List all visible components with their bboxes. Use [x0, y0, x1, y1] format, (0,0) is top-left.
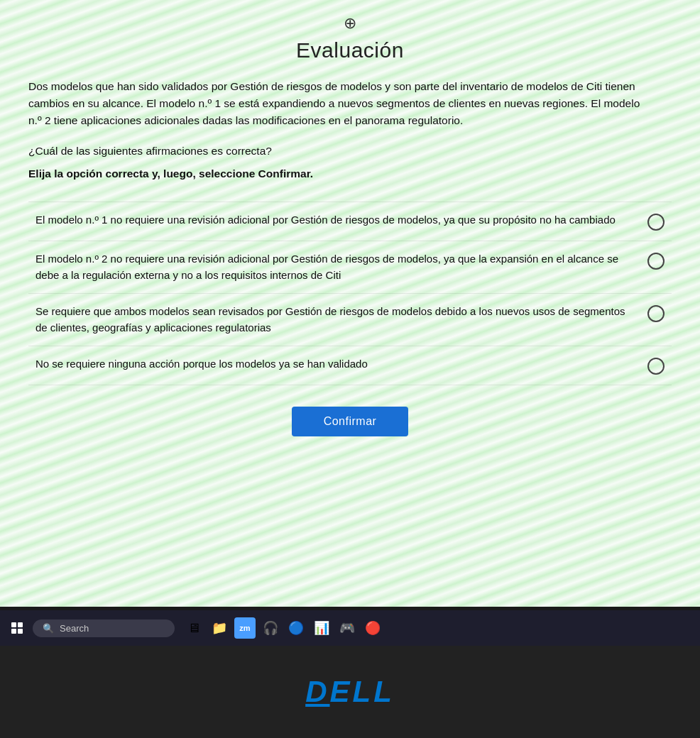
- taskbar-chrome-icon[interactable]: 🔵: [285, 617, 307, 639]
- taskbar-desktop-icon[interactable]: 🖥: [183, 617, 204, 639]
- option-text-4: No se requiere ninguna acción porque los…: [35, 356, 647, 373]
- globe-icon: ⊕: [28, 14, 672, 33]
- taskbar-headset-icon[interactable]: 🎧: [260, 617, 281, 639]
- taskbar-app1-icon[interactable]: 🎮: [337, 617, 358, 639]
- radio-button-2[interactable]: [647, 253, 665, 270]
- confirm-btn-container: Confirmar: [28, 407, 672, 436]
- taskbar-app2-icon[interactable]: 🔴: [362, 617, 383, 639]
- option-text-1: El modelo n.º 1 no requiere una revisión…: [35, 212, 647, 228]
- dell-logo: DELL: [305, 675, 395, 709]
- radio-button-1[interactable]: [647, 214, 665, 231]
- instruction-text: Elija la opción correcta y, luego, selec…: [28, 167, 672, 180]
- taskbar-spreadsheet-icon[interactable]: 📊: [311, 617, 332, 639]
- option-row-3[interactable]: Se requiere que ambos modelos sean revis…: [28, 294, 672, 346]
- dell-area: DELL: [0, 646, 700, 738]
- taskbar: 🔍 Search 🖥 📁 zm 🎧 🔵 📊 🎮 🔴: [0, 610, 700, 646]
- windows-icon: [11, 622, 23, 634]
- search-input-label: Search: [60, 623, 89, 634]
- option-row-4[interactable]: No se requiere ninguna acción porque los…: [28, 346, 672, 385]
- taskbar-zoom-icon[interactable]: zm: [234, 617, 256, 639]
- option-text-2: El modelo n.º 2 no requiere una revisión…: [35, 251, 647, 283]
- question-text: ¿Cuál de las siguientes afirmaciones es …: [28, 145, 672, 158]
- radio-button-4[interactable]: [647, 358, 665, 375]
- page-title: Evaluación: [28, 38, 672, 62]
- start-button[interactable]: [7, 619, 27, 637]
- radio-button-3[interactable]: [647, 305, 665, 322]
- content-wrapper: ⊕ Evaluación Dos modelos que han sido va…: [0, 0, 700, 458]
- confirm-button[interactable]: Confirmar: [292, 407, 409, 436]
- option-text-3: Se requiere que ambos modelos sean revis…: [35, 304, 647, 336]
- search-icon: 🔍: [43, 623, 54, 634]
- options-container: El modelo n.º 1 no requiere una revisión…: [28, 202, 672, 385]
- option-row-1[interactable]: El modelo n.º 1 no requiere una revisión…: [28, 202, 672, 241]
- search-bar[interactable]: 🔍 Search: [33, 619, 175, 637]
- taskbar-icons: 🖥 📁 zm 🎧 🔵 📊 🎮 🔴: [183, 617, 383, 639]
- option-row-2[interactable]: El modelo n.º 2 no requiere una revisión…: [28, 241, 672, 294]
- taskbar-folder-icon[interactable]: 📁: [209, 617, 230, 639]
- description-text: Dos modelos que han sido validados por G…: [28, 78, 653, 129]
